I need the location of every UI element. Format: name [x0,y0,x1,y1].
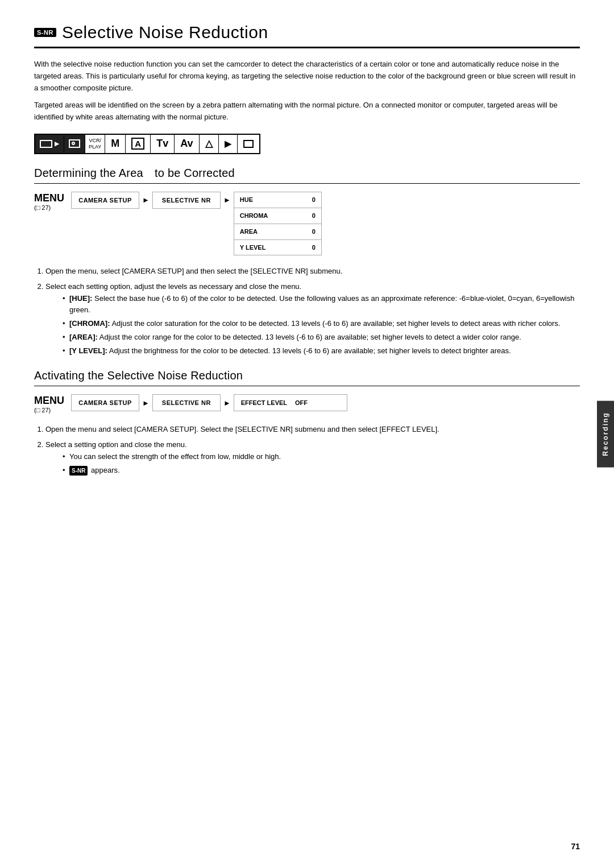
camera-setup-box: CAMERA SETUP [71,192,139,209]
photo-rect-icon [69,139,80,148]
snr-badge: S-NR [34,28,56,37]
square-icon [243,140,254,148]
selective-nr-box-2: SELECTIVE NR [152,394,221,411]
bullet-chroma: [CHROMA]: Adjust the color saturation fo… [63,318,580,329]
section-activating: Activating the Select­ive Noise Reductio… [34,369,580,476]
mode-tv[interactable]: Tv [151,135,175,153]
intro-para1: With the selective noise reduction funct… [34,59,580,94]
section2-heading: Activating the Select­ive Noise Reductio… [34,369,580,386]
bullet-hue: [HUE]: Select the base hue (-6 to 6) of … [63,293,580,316]
instruction-1-1: Open the menu, select [CAMERA SETUP] and… [45,266,580,278]
bullet-list-2: You can select the strength of the effec… [63,451,580,476]
menu-label-1: MENU (□ 27) [34,192,64,211]
bullet-effect-strength: You can select the strength of the effec… [63,451,580,462]
page-title: Selective Noise Reduction [62,23,268,42]
mode-photo-icon[interactable] [64,135,85,153]
mode-vcr-play: VCR/PLAY [85,135,105,153]
camera-setup-box-2: CAMERA SETUP [71,394,139,411]
ordered-list-2: Open the menu and select [CAMERA SETUP].… [45,424,580,476]
result-ylevel: Y LEVEL 0 [234,239,322,255]
arrow-play-icon: ▶ [225,139,231,149]
mode-a[interactable]: A [126,135,151,153]
mode-av[interactable]: Av [175,135,199,153]
intro-para2: Targeted areas will be identified on the… [34,100,580,123]
arrow-4: ► [221,394,234,411]
section2-instructions: Open the menu and select [CAMERA SETUP].… [34,424,580,476]
bullet-ylevel: [Y LEVEL]: Adjust the brightness for the… [63,345,580,357]
section-determining: Determining the Area to be Corrected MEN… [34,167,580,357]
mode-video-icon[interactable]: ▶ [35,135,64,153]
bullet-area: [AREA]: Adjust the color range for the c… [63,332,580,343]
mode-playback-icon[interactable]: ▶ [219,135,238,153]
result-chroma: CHROMA 0 [234,208,322,224]
selective-nr-box: SELECTIVE NR [152,192,221,209]
section1-heading: Determining the Area to be Corrected [34,167,580,184]
effect-level-result: EFFECT LEVEL OFF [234,394,347,411]
instruction-2-2: Select a setting option and close the me… [45,439,580,476]
snr-inline-badge: S-NR [69,466,88,476]
menu-diagram-2: MENU (□ 27) CAMERA SETUP ► SELECTIVE NR … [34,394,580,414]
arrow-2: ► [221,192,234,209]
results-col: HUE 0 CHROMA 0 AREA 0 Y LEVEL 0 [234,192,322,255]
page-number: 71 [571,842,580,851]
intro-section: With the selective noise reduction funct… [34,59,580,123]
mode-bar: ▶ VCR/PLAY M A Tv Av △ ▶ [34,134,260,154]
section1-instructions: Open the menu, select [CAMERA SETUP] and… [34,266,580,357]
menu-chain-2: CAMERA SETUP ► SELECTIVE NR ► EFFECT LEV… [71,394,347,411]
menu-diagram-1: MENU (□ 27) CAMERA SETUP ► SELECTIVE NR … [34,192,580,255]
ordered-list-1: Open the menu, select [CAMERA SETUP] and… [45,266,580,357]
video-rect-icon [40,140,52,148]
menu-label-2: MENU (□ 27) [34,394,64,414]
arrow-3: ► [139,394,152,411]
bell-icon: △ [205,138,213,150]
result-area: AREA 0 [234,224,322,239]
arrow-1: ► [139,192,152,209]
bullet-list-1: [HUE]: Select the base hue (-6 to 6) of … [63,293,580,357]
mode-m[interactable]: M [105,135,126,153]
video-play-icon: ▶ [55,140,59,147]
mode-square-icon[interactable] [238,135,259,153]
instruction-1-2: Select each setting option, adjust the l… [45,281,580,357]
result-hue: HUE 0 [234,192,322,208]
page-title-block: S-NR Selective Noise Reduction [34,23,580,48]
side-tab-recording: Recording [597,400,614,467]
menu-chain-1: CAMERA SETUP ► SELECTIVE NR ► HUE 0 CHRO… [71,192,322,255]
bullet-snr-appears: S-NR appears. [63,465,580,476]
mode-scene-icon[interactable]: △ [200,135,219,153]
instruction-2-1: Open the menu and select [CAMERA SETUP].… [45,424,580,436]
